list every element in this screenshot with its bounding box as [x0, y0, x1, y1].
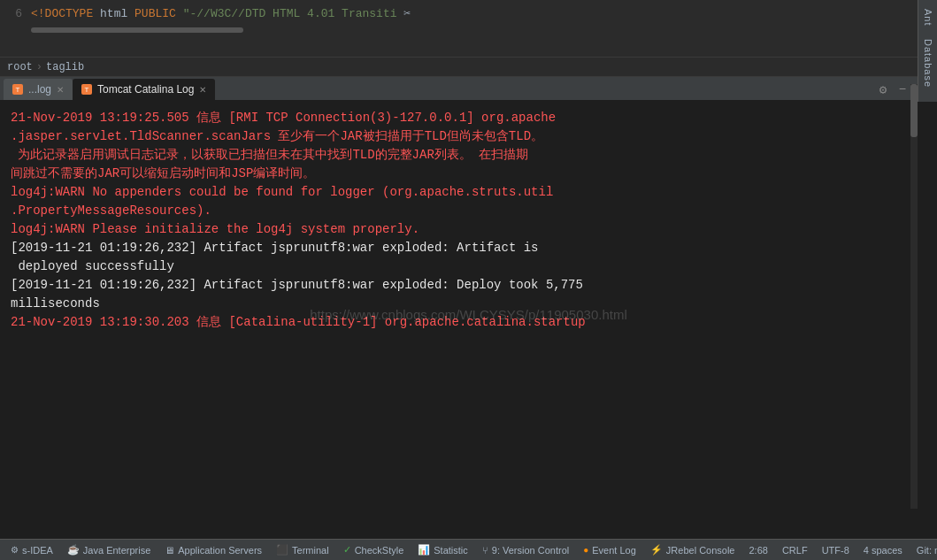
status-checkstyle-label: CheckStyle	[355, 545, 404, 556]
crlf-label: CRLF	[782, 545, 808, 556]
log-line-2: .jasper.servlet.TldScanner.scanJars 至少有一…	[11, 127, 926, 146]
status-appservers-label: Application Servers	[178, 545, 262, 556]
encoding-label: UTF-8	[822, 545, 849, 556]
log-line-6: .PropertyMessageResources).	[11, 202, 926, 220]
jrebel-label: JRebel Console	[666, 545, 735, 556]
status-java-label: Java Enterprise	[83, 545, 150, 556]
tabs-bar: T ...log ✕ T Tomcat Catalina Log ✕	[0, 77, 937, 102]
status-statistic-icon: 📊	[418, 544, 430, 556]
status-java[interactable]: ☕ Java Enterprise	[60, 540, 157, 560]
doctype-html: html	[100, 7, 134, 20]
status-right-group: ● Event Log ⚡ JRebel Console 2:68 CRLF U…	[576, 544, 937, 556]
status-terminal-icon: ⬛	[276, 544, 288, 556]
ant-panel-label[interactable]: Ant	[921, 4, 935, 32]
scroll-track[interactable]	[910, 84, 918, 509]
tab-log-close[interactable]: ✕	[57, 85, 64, 95]
breadcrumb-root[interactable]: root	[7, 61, 33, 73]
minimize-button[interactable]: −	[895, 81, 910, 97]
status-terminal[interactable]: ⬛ Terminal	[269, 540, 336, 560]
status-jrebel[interactable]: ⚡ JRebel Console	[643, 544, 742, 556]
tab-catalina-label: Tomcat Catalina Log	[97, 83, 194, 96]
settings-button[interactable]: ⚙	[875, 81, 891, 97]
line-6-content: <!DOCTYPE html PUBLIC "-//W3C//DTD HTML …	[31, 6, 937, 20]
breadcrumb-child[interactable]: taglib	[46, 61, 84, 73]
log-line-10: [2019-11-21 01:19:26,232] Artifact jspru…	[11, 276, 926, 295]
doctype-public: PUBLIC	[134, 7, 176, 20]
log-line-7: log4j:WARN Please initialize the log4j s…	[11, 220, 926, 239]
editor-line-6: 6 <!DOCTYPE html PUBLIC "-//W3C//DTD HTM…	[0, 0, 937, 27]
database-panel-label[interactable]: Database	[921, 34, 935, 93]
status-vcs[interactable]: ⑂ 9: Version Control	[475, 540, 576, 560]
breadcrumb: root › taglib	[0, 58, 937, 77]
doctype-keyword: <!DOCTYPE	[31, 7, 93, 20]
status-statistic[interactable]: 📊 Statistic	[411, 540, 475, 560]
status-terminal-label: Terminal	[292, 545, 329, 556]
console-controls: ⚙ −	[875, 81, 910, 97]
status-position[interactable]: 2:68	[741, 545, 774, 556]
log-line-12: 21-Nov-2019 13:19:30.203 信息 [Catalina-ut…	[11, 313, 926, 332]
status-bar: ⚙ s-IDEA ☕ Java Enterprise 🖥 Application…	[0, 539, 937, 560]
status-idea-label: s-IDEA	[22, 545, 53, 556]
status-java-icon: ☕	[67, 544, 80, 556]
log-line-4: 间跳过不需要的JAR可以缩短启动时间和JSP编译时间。	[11, 165, 926, 183]
tab-log[interactable]: T ...log ✕	[4, 79, 73, 100]
tab-log-label: ...log	[28, 83, 51, 96]
doctype-ellipsis: ✂	[403, 7, 411, 20]
status-vcs-label: 9: Version Control	[492, 545, 569, 556]
editor-area: 6 <!DOCTYPE html PUBLIC "-//W3C//DTD HTM…	[0, 0, 937, 58]
status-appservers-icon: 🖥	[165, 545, 174, 556]
tab-catalina-close[interactable]: ✕	[199, 85, 206, 95]
tab-catalina[interactable]: T Tomcat Catalina Log ✕	[73, 79, 215, 100]
status-encoding[interactable]: UTF-8	[815, 545, 856, 556]
status-idea-icon: ⚙	[11, 545, 19, 555]
line-number-6: 6	[0, 7, 31, 20]
log-line-1: 21-Nov-2019 13:19:25.505 信息 [RMI TCP Con…	[11, 109, 926, 127]
doctype-string: "-//W3C//DTD HTML 4.01 Transiti	[183, 7, 397, 20]
status-vcs-icon: ⑂	[482, 545, 488, 556]
jrebel-icon: ⚡	[650, 544, 663, 556]
event-log-label: Event Log	[592, 545, 636, 556]
log-line-3: 为此记录器启用调试日志记录，以获取已扫描但未在其中找到TLD的完整JAR列表。 …	[11, 146, 926, 165]
git-label: Git: master	[917, 545, 937, 556]
log-line-5: log4j:WARN No appenders could be found f…	[11, 183, 926, 202]
status-statistic-label: Statistic	[434, 545, 468, 556]
indent-label: 4 spaces	[864, 545, 902, 556]
event-log-dot: ●	[583, 545, 588, 555]
status-event-log[interactable]: ● Event Log	[576, 545, 643, 556]
status-idea[interactable]: ⚙ s-IDEA	[4, 540, 60, 560]
breadcrumb-separator: ›	[36, 61, 42, 73]
log-line-8: [2019-11-21 01:19:26,232] Artifact jspru…	[11, 239, 926, 257]
log-line-11: milliseconds	[11, 295, 926, 313]
status-indent[interactable]: 4 spaces	[856, 545, 910, 556]
tab-log-icon: T	[12, 84, 23, 95]
status-crlf[interactable]: CRLF	[775, 545, 815, 556]
scroll-thumb[interactable]	[910, 84, 918, 137]
status-checkstyle[interactable]: ✓ CheckStyle	[336, 540, 411, 560]
position-label: 2:68	[749, 545, 767, 556]
log-line-9: deployed successfully	[11, 257, 926, 276]
tab-catalina-icon: T	[81, 84, 92, 95]
status-checkstyle-icon: ✓	[343, 544, 351, 556]
console-area: 21-Nov-2019 13:19:25.505 信息 [RMI TCP Con…	[0, 102, 937, 526]
status-appservers[interactable]: 🖥 Application Servers	[157, 540, 269, 560]
status-git[interactable]: Git: master	[910, 545, 937, 556]
